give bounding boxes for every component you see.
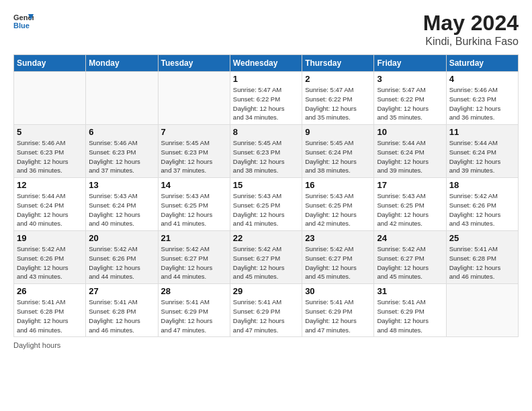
day-info: Sunrise: 5:42 AM Sunset: 6:26 PM Dayligh… — [449, 191, 515, 228]
calendar-cell: 20Sunrise: 5:42 AM Sunset: 6:26 PM Dayli… — [86, 231, 158, 284]
day-number: 31 — [377, 286, 443, 296]
calendar-cell: 2Sunrise: 5:47 AM Sunset: 6:22 PM Daylig… — [302, 72, 374, 125]
calendar-cell — [446, 284, 518, 337]
subtitle: Kindi, Burkina Faso — [423, 36, 519, 48]
column-header-wednesday: Wednesday — [230, 55, 302, 72]
day-number: 14 — [161, 180, 227, 190]
day-info: Sunrise: 5:42 AM Sunset: 6:26 PM Dayligh… — [89, 244, 154, 281]
main-title: May 2024 — [423, 11, 519, 36]
week-row-3: 12Sunrise: 5:44 AM Sunset: 6:24 PM Dayli… — [14, 178, 519, 231]
day-info: Sunrise: 5:42 AM Sunset: 6:27 PM Dayligh… — [161, 244, 227, 281]
day-info: Sunrise: 5:41 AM Sunset: 6:29 PM Dayligh… — [377, 298, 443, 334]
calendar-cell: 11Sunrise: 5:44 AM Sunset: 6:24 PM Dayli… — [446, 125, 518, 178]
logo: General Blue — [13, 11, 36, 31]
day-info: Sunrise: 5:41 AM Sunset: 6:29 PM Dayligh… — [305, 298, 371, 334]
day-number: 4 — [449, 74, 515, 84]
day-info: Sunrise: 5:43 AM Sunset: 6:25 PM Dayligh… — [161, 191, 227, 228]
day-number: 21 — [161, 233, 227, 243]
day-info: Sunrise: 5:47 AM Sunset: 6:22 PM Dayligh… — [233, 85, 299, 122]
day-number: 11 — [449, 127, 515, 137]
day-number: 19 — [17, 233, 83, 243]
calendar-cell: 29Sunrise: 5:41 AM Sunset: 6:29 PM Dayli… — [230, 284, 302, 337]
day-number: 27 — [89, 286, 154, 296]
calendar-cell — [86, 72, 158, 125]
day-number: 13 — [89, 180, 154, 190]
day-info: Sunrise: 5:44 AM Sunset: 6:24 PM Dayligh… — [17, 191, 83, 228]
calendar-cell: 7Sunrise: 5:45 AM Sunset: 6:23 PM Daylig… — [158, 125, 230, 178]
day-number: 2 — [305, 74, 371, 84]
calendar-cell: 12Sunrise: 5:44 AM Sunset: 6:24 PM Dayli… — [14, 178, 86, 231]
calendar-cell: 30Sunrise: 5:41 AM Sunset: 6:29 PM Dayli… — [302, 284, 374, 337]
calendar-cell: 23Sunrise: 5:42 AM Sunset: 6:27 PM Dayli… — [302, 231, 374, 284]
svg-text:Blue: Blue — [13, 21, 30, 30]
week-row-2: 5Sunrise: 5:46 AM Sunset: 6:23 PM Daylig… — [14, 125, 519, 178]
day-number: 18 — [449, 180, 515, 190]
day-info: Sunrise: 5:43 AM Sunset: 6:24 PM Dayligh… — [89, 191, 154, 228]
calendar-cell: 21Sunrise: 5:42 AM Sunset: 6:27 PM Dayli… — [158, 231, 230, 284]
day-number: 17 — [377, 180, 443, 190]
calendar-cell: 22Sunrise: 5:42 AM Sunset: 6:27 PM Dayli… — [230, 231, 302, 284]
calendar-cell: 24Sunrise: 5:42 AM Sunset: 6:27 PM Dayli… — [374, 231, 446, 284]
header: General Blue May 2024 Kindi, Burkina Fas… — [13, 11, 519, 48]
calendar-cell: 25Sunrise: 5:41 AM Sunset: 6:28 PM Dayli… — [446, 231, 518, 284]
week-row-1: 1Sunrise: 5:47 AM Sunset: 6:22 PM Daylig… — [14, 72, 519, 125]
calendar-cell: 8Sunrise: 5:45 AM Sunset: 6:23 PM Daylig… — [230, 125, 302, 178]
calendar-table: SundayMondayTuesdayWednesdayThursdayFrid… — [13, 54, 519, 337]
day-info: Sunrise: 5:45 AM Sunset: 6:24 PM Dayligh… — [305, 138, 371, 175]
calendar-cell — [158, 72, 230, 125]
day-info: Sunrise: 5:44 AM Sunset: 6:24 PM Dayligh… — [449, 138, 515, 175]
day-number: 29 — [233, 286, 299, 296]
day-info: Sunrise: 5:42 AM Sunset: 6:27 PM Dayligh… — [233, 244, 299, 281]
day-info: Sunrise: 5:41 AM Sunset: 6:29 PM Dayligh… — [161, 298, 227, 334]
day-info: Sunrise: 5:43 AM Sunset: 6:25 PM Dayligh… — [377, 191, 443, 228]
day-info: Sunrise: 5:42 AM Sunset: 6:26 PM Dayligh… — [17, 244, 83, 281]
calendar-cell: 15Sunrise: 5:43 AM Sunset: 6:25 PM Dayli… — [230, 178, 302, 231]
day-info: Sunrise: 5:43 AM Sunset: 6:25 PM Dayligh… — [305, 191, 371, 228]
day-number: 6 — [89, 127, 154, 137]
day-info: Sunrise: 5:41 AM Sunset: 6:29 PM Dayligh… — [233, 298, 299, 334]
column-header-monday: Monday — [86, 55, 158, 72]
day-info: Sunrise: 5:47 AM Sunset: 6:22 PM Dayligh… — [377, 85, 443, 122]
calendar-cell: 31Sunrise: 5:41 AM Sunset: 6:29 PM Dayli… — [374, 284, 446, 337]
calendar-cell: 26Sunrise: 5:41 AM Sunset: 6:28 PM Dayli… — [14, 284, 86, 337]
calendar-cell: 9Sunrise: 5:45 AM Sunset: 6:24 PM Daylig… — [302, 125, 374, 178]
day-number: 10 — [377, 127, 443, 137]
calendar-cell: 17Sunrise: 5:43 AM Sunset: 6:25 PM Dayli… — [374, 178, 446, 231]
daylight-label: Daylight hours — [13, 341, 60, 349]
day-number: 5 — [17, 127, 83, 137]
day-number: 20 — [89, 233, 154, 243]
day-number: 15 — [233, 180, 299, 190]
day-number: 24 — [377, 233, 443, 243]
day-number: 12 — [17, 180, 83, 190]
day-info: Sunrise: 5:41 AM Sunset: 6:28 PM Dayligh… — [89, 298, 154, 334]
day-number: 30 — [305, 286, 371, 296]
day-info: Sunrise: 5:41 AM Sunset: 6:28 PM Dayligh… — [449, 244, 515, 281]
calendar-cell: 13Sunrise: 5:43 AM Sunset: 6:24 PM Dayli… — [86, 178, 158, 231]
day-info: Sunrise: 5:46 AM Sunset: 6:23 PM Dayligh… — [17, 138, 83, 175]
day-info: Sunrise: 5:45 AM Sunset: 6:23 PM Dayligh… — [233, 138, 299, 175]
day-info: Sunrise: 5:45 AM Sunset: 6:23 PM Dayligh… — [161, 138, 227, 175]
calendar-cell: 1Sunrise: 5:47 AM Sunset: 6:22 PM Daylig… — [230, 72, 302, 125]
day-info: Sunrise: 5:42 AM Sunset: 6:27 PM Dayligh… — [377, 244, 443, 281]
title-block: May 2024 Kindi, Burkina Faso — [423, 11, 519, 48]
day-number: 9 — [305, 127, 371, 137]
day-number: 16 — [305, 180, 371, 190]
calendar-cell: 3Sunrise: 5:47 AM Sunset: 6:22 PM Daylig… — [374, 72, 446, 125]
day-number: 23 — [305, 233, 371, 243]
day-number: 26 — [17, 286, 83, 296]
day-number: 3 — [377, 74, 443, 84]
calendar-cell: 28Sunrise: 5:41 AM Sunset: 6:29 PM Dayli… — [158, 284, 230, 337]
day-info: Sunrise: 5:46 AM Sunset: 6:23 PM Dayligh… — [449, 85, 515, 122]
header-row: SundayMondayTuesdayWednesdayThursdayFrid… — [14, 55, 519, 72]
page: General Blue May 2024 Kindi, Burkina Fas… — [0, 0, 532, 411]
calendar-cell: 10Sunrise: 5:44 AM Sunset: 6:24 PM Dayli… — [374, 125, 446, 178]
day-info: Sunrise: 5:42 AM Sunset: 6:27 PM Dayligh… — [305, 244, 371, 281]
calendar-cell: 6Sunrise: 5:46 AM Sunset: 6:23 PM Daylig… — [86, 125, 158, 178]
column-header-saturday: Saturday — [446, 55, 518, 72]
calendar-cell: 27Sunrise: 5:41 AM Sunset: 6:28 PM Dayli… — [86, 284, 158, 337]
logo-icon: General Blue — [13, 11, 34, 31]
day-number: 1 — [233, 74, 299, 84]
day-number: 7 — [161, 127, 227, 137]
footer: Daylight hours — [13, 341, 519, 349]
calendar-cell — [14, 72, 86, 125]
